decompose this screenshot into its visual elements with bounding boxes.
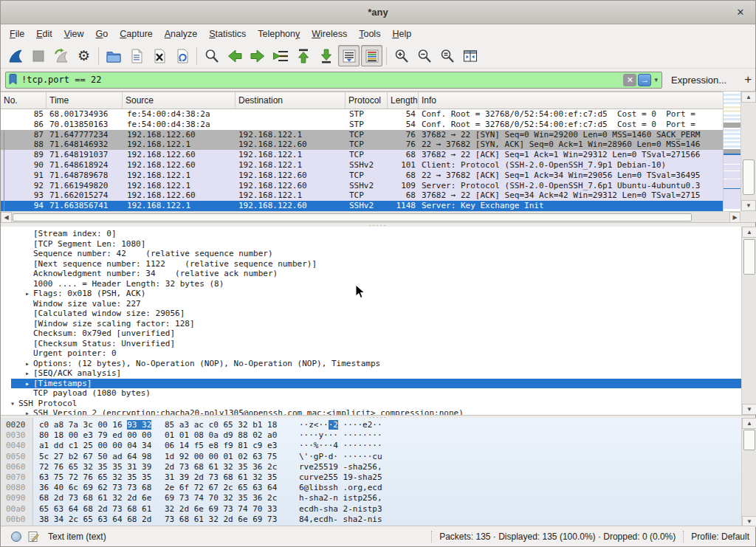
detail-line[interactable]: Urgent pointer: 0 bbox=[1, 348, 741, 359]
scroll-left-arrow[interactable]: ◀ bbox=[1, 212, 12, 223]
detail-line[interactable]: TCP payload (1080 bytes) bbox=[1, 388, 741, 399]
scroll-up-arrow[interactable]: ▲ bbox=[741, 92, 756, 103]
column-header[interactable]: Info bbox=[419, 92, 740, 109]
stop-capture-button[interactable] bbox=[27, 45, 49, 66]
packet-row[interactable]: 92 71.661949820 192.168.122.1 192.168.12… bbox=[1, 181, 740, 191]
start-capture-button[interactable] bbox=[4, 45, 26, 66]
expander-icon[interactable]: ▸ bbox=[21, 289, 33, 299]
detail-line[interactable]: ▸[Timestamps] bbox=[1, 379, 741, 389]
open-file-button[interactable] bbox=[103, 45, 124, 66]
zoom-in-button[interactable] bbox=[391, 45, 412, 66]
menu-item[interactable]: Capture bbox=[114, 26, 158, 42]
menu-item[interactable]: View bbox=[58, 26, 90, 42]
scrollbar-thumb[interactable] bbox=[743, 159, 755, 195]
detail-line[interactable]: ▸Options: (12 bytes), No-Operation (NOP)… bbox=[1, 359, 741, 369]
scroll-up-arrow[interactable]: ▲ bbox=[742, 418, 756, 429]
packet-row[interactable]: 86 70.013850163 fe:54:00:d4:38:2a STP 54… bbox=[1, 120, 740, 130]
packet-row[interactable]: 85 68.001734936 fe:54:00:d4:38:2a STP 54… bbox=[1, 109, 740, 120]
packet-row[interactable]: 88 71.648146932 192.168.122.1 192.168.12… bbox=[1, 140, 740, 150]
filter-dropdown-caret[interactable]: ▾ bbox=[654, 76, 658, 83]
menu-item[interactable]: Tools bbox=[353, 26, 386, 42]
detail-line[interactable]: [Calculated window size: 29056] bbox=[1, 309, 741, 319]
hscrollbar-thumb[interactable] bbox=[13, 213, 692, 221]
auto-scroll-button[interactable] bbox=[338, 45, 360, 66]
hex-row[interactable]: 00b038 34 2c 65 63 64 68 2d73 68 61 32 2… bbox=[1, 515, 741, 525]
add-filter-button[interactable]: + bbox=[744, 72, 752, 87]
go-forward-button[interactable] bbox=[247, 45, 268, 66]
detail-line[interactable]: Sequence number: 42 (relative sequence n… bbox=[1, 249, 741, 259]
expander-icon[interactable]: ▸ bbox=[21, 359, 33, 369]
expression-button[interactable]: Expression... bbox=[671, 75, 726, 86]
resize-columns-button[interactable] bbox=[459, 45, 481, 66]
restart-capture-button[interactable] bbox=[50, 45, 72, 66]
menu-item[interactable]: Telephony bbox=[252, 26, 306, 42]
menu-item[interactable]: Analyze bbox=[159, 26, 203, 42]
go-to-packet-button[interactable] bbox=[269, 45, 291, 66]
expander-icon[interactable]: ▸ bbox=[21, 379, 33, 389]
zoom-out-button[interactable] bbox=[413, 45, 435, 66]
expert-info-icon[interactable] bbox=[11, 531, 21, 542]
bookmark-icon[interactable] bbox=[8, 74, 18, 86]
detail-line[interactable]: ▾SSH Protocol bbox=[1, 399, 741, 409]
scroll-down-arrow[interactable]: ▼ bbox=[742, 404, 756, 415]
hex-row[interactable]: 009068 2d 73 68 61 32 2d 6e69 73 74 70 3… bbox=[1, 493, 741, 503]
packet-row[interactable]: 89 71.648191037 192.168.122.60 192.168.1… bbox=[1, 150, 740, 160]
column-header[interactable]: Length bbox=[388, 92, 419, 109]
filter-input[interactable] bbox=[21, 75, 622, 85]
column-header[interactable]: Time bbox=[47, 92, 123, 109]
go-to-bottom-button[interactable] bbox=[315, 45, 337, 66]
close-file-button[interactable] bbox=[148, 45, 170, 66]
go-to-top-button[interactable] bbox=[292, 45, 314, 66]
menu-item[interactable]: Go bbox=[90, 26, 114, 42]
reload-file-button[interactable] bbox=[171, 45, 193, 66]
expander-icon[interactable]: ▸ bbox=[21, 408, 33, 415]
packet-list-hscrollbar[interactable]: ◀ ▶ bbox=[1, 211, 740, 222]
scroll-down-arrow[interactable]: ▼ bbox=[741, 200, 756, 211]
menu-item[interactable]: Help bbox=[386, 26, 417, 42]
menu-item[interactable]: File bbox=[4, 26, 30, 42]
menu-item[interactable]: Statistics bbox=[203, 26, 252, 42]
profile-label[interactable]: Profile: Default bbox=[691, 531, 749, 542]
scrollbar-thumb[interactable] bbox=[743, 430, 755, 450]
filter-clear-button[interactable]: ✕ bbox=[623, 74, 636, 86]
packet-list-scrollbar[interactable]: ▲ ▼ bbox=[740, 92, 756, 211]
detail-line[interactable]: [Next sequence number: 1122 (relative se… bbox=[1, 259, 741, 269]
column-header[interactable]: Destination bbox=[236, 92, 346, 109]
expander-icon[interactable]: ▾ bbox=[7, 399, 18, 409]
detail-line[interactable]: ▸[SEQ/ACK analysis] bbox=[1, 368, 741, 379]
close-window-button[interactable]: ✕ bbox=[735, 7, 746, 18]
capture-options-button[interactable]: ⚙ bbox=[73, 45, 94, 66]
column-header[interactable]: No. bbox=[1, 92, 47, 109]
hex-row[interactable]: 008036 40 6c 69 62 73 73 682e 6f 72 67 2… bbox=[1, 483, 741, 493]
column-header[interactable]: Protocol bbox=[346, 92, 388, 109]
hex-row[interactable]: 006072 76 65 32 35 35 31 392d 73 68 61 3… bbox=[1, 462, 741, 472]
hex-row[interactable]: 007063 75 72 76 65 32 35 3531 39 2d 73 6… bbox=[1, 472, 741, 483]
packet-minimap[interactable] bbox=[723, 92, 740, 211]
packet-row[interactable]: 93 71.662015274 192.168.122.60 192.168.1… bbox=[1, 190, 740, 201]
packet-row[interactable]: 91 71.648789678 192.168.122.1 192.168.12… bbox=[1, 171, 740, 181]
hex-row[interactable]: 00a065 63 64 68 2d 73 68 6132 2d 6e 69 7… bbox=[1, 504, 741, 515]
hex-row[interactable]: 0040a1 dd c1 25 00 00 04 3406 14 f5 e8 f… bbox=[1, 441, 741, 451]
detail-line[interactable]: [TCP Segment Len: 1080] bbox=[1, 239, 741, 250]
hex-row[interactable]: 0020c0 a8 7a 3c 00 16 93 3285 a3 ac c0 6… bbox=[1, 420, 741, 430]
menu-item[interactable]: Wireless bbox=[306, 26, 353, 42]
hex-row[interactable]: 003080 18 00 e3 79 ed 00 0001 01 08 0a d… bbox=[1, 430, 741, 441]
detail-line[interactable]: Acknowledgment number: 34 (relative ack … bbox=[1, 269, 741, 279]
detail-line[interactable]: [Checksum Status: Unverified] bbox=[1, 339, 741, 349]
go-back-button[interactable] bbox=[224, 45, 245, 66]
filter-apply-button[interactable]: → bbox=[638, 74, 651, 86]
scroll-up-arrow[interactable]: ▲ bbox=[742, 227, 756, 238]
column-header[interactable]: Source bbox=[123, 92, 236, 109]
find-packet-button[interactable] bbox=[201, 45, 222, 66]
hex-scrollbar[interactable]: ▲ ▼ bbox=[741, 418, 756, 527]
capture-comment-icon[interactable] bbox=[27, 531, 39, 543]
scrollbar-thumb[interactable] bbox=[743, 239, 755, 275]
packet-row[interactable]: 90 71.648618924 192.168.122.60 192.168.1… bbox=[1, 160, 740, 171]
packet-row[interactable]: 87 71.647777234 192.168.122.60 192.168.1… bbox=[1, 130, 740, 140]
zoom-original-button[interactable] bbox=[436, 45, 458, 66]
detail-line[interactable]: [Window size scaling factor: 128] bbox=[1, 319, 741, 329]
detail-line[interactable]: ▸Flags: 0x018 (PSH, ACK) bbox=[1, 289, 741, 299]
scroll-right-arrow[interactable]: ▶ bbox=[729, 212, 740, 223]
details-scrollbar[interactable]: ▲ ▼ bbox=[741, 227, 756, 415]
display-filter-field[interactable]: ✕ → ▾ bbox=[5, 72, 662, 89]
